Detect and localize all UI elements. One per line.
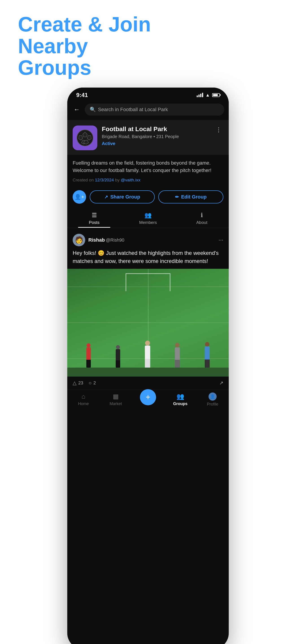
post-actions: △ 23 ○ 2 ↗ bbox=[67, 376, 229, 390]
profile-avatar: 👤 bbox=[209, 392, 217, 400]
tab-about[interactable]: ℹ About bbox=[175, 208, 229, 228]
share-icon: ↗ bbox=[104, 194, 108, 200]
group-meta: Brigade Road, Bangalore • 231 People bbox=[102, 134, 209, 139]
post-text: Hey folks! 😊 Just watched the highlights… bbox=[67, 249, 229, 269]
status-bar: 9:41 ▲ bbox=[67, 88, 229, 100]
post-username[interactable]: Rishab bbox=[88, 237, 105, 243]
like-count: 23 bbox=[78, 380, 83, 386]
search-placeholder: Search in Football at Local Park bbox=[98, 107, 168, 112]
posts-icon: ☰ bbox=[92, 212, 97, 219]
battery-icon bbox=[212, 93, 220, 97]
group-header-card: Football at Local Park Brigade Road, Ban… bbox=[67, 120, 229, 155]
groups-icon: 👥 bbox=[176, 393, 184, 400]
wifi-icon: ▲ bbox=[205, 92, 210, 98]
group-info: Football at Local Park Brigade Road, Ban… bbox=[102, 126, 209, 146]
add-person-icon: 👤+ bbox=[74, 194, 84, 200]
action-buttons: 👤+ ↗ Share Group ✏ Edit Group bbox=[67, 187, 229, 208]
like-button[interactable]: △ 23 bbox=[73, 380, 83, 386]
group-description: Fuelling dreams on the field, fostering … bbox=[67, 155, 229, 176]
tabs-bar: ☰ Posts 👥 Members ℹ About bbox=[67, 208, 229, 228]
post-image bbox=[67, 269, 229, 376]
nav-groups[interactable]: 👥 Groups bbox=[164, 393, 196, 406]
post-header: 🧑 Rishab @Rish90 ··· bbox=[67, 230, 229, 249]
comment-icon: ○ bbox=[89, 380, 92, 386]
search-area: ← 🔍 Search in Football at Local Park bbox=[67, 100, 229, 119]
avatar-emoji: 🧑 bbox=[75, 236, 83, 244]
headline: Create & Join Nearby Groups bbox=[18, 14, 166, 78]
comment-count: 2 bbox=[94, 380, 96, 386]
add-button[interactable]: + bbox=[140, 389, 156, 405]
search-bar[interactable]: 🔍 Search in Football at Local Park bbox=[85, 104, 224, 116]
post-container: 🧑 Rishab @Rish90 ··· Hey folks! 😊 Just w… bbox=[67, 228, 229, 390]
bottom-nav: ⌂ Home ▦ Market + 👥 Groups 👤 Profile bbox=[67, 390, 229, 413]
post-avatar: 🧑 bbox=[73, 234, 85, 246]
search-icon: 🔍 bbox=[90, 107, 96, 112]
creator-handle[interactable]: @vaith.ixx bbox=[121, 178, 140, 182]
like-icon: △ bbox=[73, 380, 76, 386]
nav-add-center[interactable]: + bbox=[132, 394, 164, 405]
tab-members-label: Members bbox=[139, 220, 157, 225]
share-button[interactable]: ↗ bbox=[219, 380, 223, 386]
phone-content: Fuelling dreams on the field, fostering … bbox=[67, 155, 229, 413]
share-post-icon: ↗ bbox=[219, 380, 223, 386]
comment-button[interactable]: ○ 2 bbox=[89, 380, 96, 386]
market-icon: ▦ bbox=[113, 393, 119, 400]
soccer-ball-icon bbox=[76, 129, 94, 147]
nav-home-label: Home bbox=[78, 402, 89, 406]
group-avatar bbox=[73, 126, 97, 150]
status-icons: ▲ bbox=[197, 92, 220, 98]
edit-group-button[interactable]: ✏ Edit Group bbox=[158, 190, 223, 204]
nav-profile-label: Profile bbox=[207, 402, 218, 407]
nav-groups-label: Groups bbox=[173, 402, 187, 406]
profile-avatar-icon: 👤 bbox=[210, 394, 215, 399]
plus-icon: + bbox=[146, 393, 150, 401]
add-member-button[interactable]: 👤+ bbox=[73, 190, 86, 204]
tab-about-label: About bbox=[196, 220, 207, 225]
group-name: Football at Local Park bbox=[102, 126, 209, 133]
nav-market[interactable]: ▦ Market bbox=[100, 393, 132, 406]
post-handle: @Rish90 bbox=[106, 238, 125, 242]
tab-members[interactable]: 👥 Members bbox=[121, 208, 175, 228]
back-button[interactable]: ← bbox=[72, 105, 82, 114]
post-user-info: Rishab @Rish90 bbox=[88, 237, 215, 243]
tab-posts[interactable]: ☰ Posts bbox=[67, 208, 121, 228]
page-header: Create & Join Nearby Groups bbox=[18, 14, 166, 78]
post-more-button[interactable]: ··· bbox=[218, 236, 223, 244]
group-created-info: Created on 12/3/2024 by @vaith.ixx bbox=[67, 176, 229, 187]
more-options-button[interactable]: ⋮ bbox=[214, 126, 223, 134]
nav-profile[interactable]: 👤 Profile bbox=[196, 392, 229, 407]
group-status: Active bbox=[102, 141, 209, 146]
edit-icon: ✏ bbox=[175, 194, 179, 200]
members-icon: 👥 bbox=[145, 212, 151, 219]
status-time: 9:41 bbox=[76, 92, 88, 98]
share-group-button[interactable]: ↗ Share Group bbox=[90, 190, 155, 204]
about-icon: ℹ bbox=[201, 212, 203, 219]
tab-posts-label: Posts bbox=[89, 220, 100, 225]
signal-icon bbox=[197, 93, 203, 97]
home-icon: ⌂ bbox=[82, 393, 85, 400]
nav-market-label: Market bbox=[109, 402, 122, 406]
nav-home[interactable]: ⌂ Home bbox=[67, 393, 100, 406]
phone-frame: 9:41 ▲ ← 🔍 Search in Football at Local P… bbox=[67, 88, 229, 644]
